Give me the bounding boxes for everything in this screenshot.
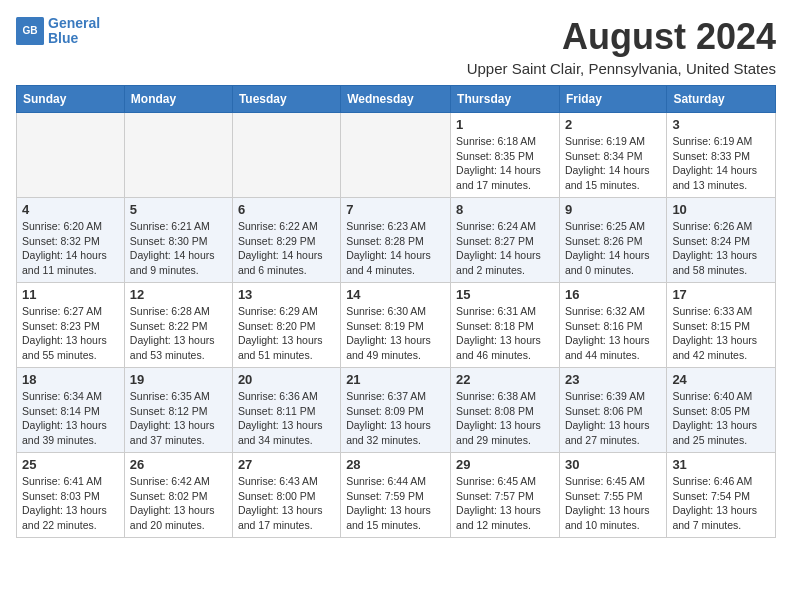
day-cell: 2Sunrise: 6:19 AMSunset: 8:34 PMDaylight… (559, 113, 666, 198)
day-info: Sunrise: 6:26 AMSunset: 8:24 PMDaylight:… (672, 219, 770, 278)
day-number: 18 (22, 372, 119, 387)
day-number: 6 (238, 202, 335, 217)
day-cell: 16Sunrise: 6:32 AMSunset: 8:16 PMDayligh… (559, 283, 666, 368)
day-number: 28 (346, 457, 445, 472)
day-number: 9 (565, 202, 661, 217)
day-number: 13 (238, 287, 335, 302)
empty-day-cell (341, 113, 451, 198)
weekday-header-sunday: Sunday (17, 86, 125, 113)
day-info: Sunrise: 6:21 AMSunset: 8:30 PMDaylight:… (130, 219, 227, 278)
day-cell: 13Sunrise: 6:29 AMSunset: 8:20 PMDayligh… (232, 283, 340, 368)
day-number: 2 (565, 117, 661, 132)
weekday-header-row: SundayMondayTuesdayWednesdayThursdayFrid… (17, 86, 776, 113)
day-number: 23 (565, 372, 661, 387)
day-info: Sunrise: 6:45 AMSunset: 7:57 PMDaylight:… (456, 474, 554, 533)
day-info: Sunrise: 6:33 AMSunset: 8:15 PMDaylight:… (672, 304, 770, 363)
calendar-table: SundayMondayTuesdayWednesdayThursdayFrid… (16, 85, 776, 538)
week-row: 1Sunrise: 6:18 AMSunset: 8:35 PMDaylight… (17, 113, 776, 198)
day-cell: 11Sunrise: 6:27 AMSunset: 8:23 PMDayligh… (17, 283, 125, 368)
day-number: 21 (346, 372, 445, 387)
day-cell: 21Sunrise: 6:37 AMSunset: 8:09 PMDayligh… (341, 368, 451, 453)
day-info: Sunrise: 6:20 AMSunset: 8:32 PMDaylight:… (22, 219, 119, 278)
empty-day-cell (232, 113, 340, 198)
day-info: Sunrise: 6:25 AMSunset: 8:26 PMDaylight:… (565, 219, 661, 278)
day-number: 5 (130, 202, 227, 217)
day-number: 15 (456, 287, 554, 302)
weekday-header-wednesday: Wednesday (341, 86, 451, 113)
logo-icon: GB (16, 17, 44, 45)
day-cell: 19Sunrise: 6:35 AMSunset: 8:12 PMDayligh… (124, 368, 232, 453)
day-info: Sunrise: 6:23 AMSunset: 8:28 PMDaylight:… (346, 219, 445, 278)
day-cell: 26Sunrise: 6:42 AMSunset: 8:02 PMDayligh… (124, 453, 232, 538)
day-number: 26 (130, 457, 227, 472)
title-block: August 2024 Upper Saint Clair, Pennsylva… (467, 16, 776, 77)
day-number: 8 (456, 202, 554, 217)
day-number: 14 (346, 287, 445, 302)
logo-line1: General (48, 16, 100, 31)
day-number: 24 (672, 372, 770, 387)
day-cell: 20Sunrise: 6:36 AMSunset: 8:11 PMDayligh… (232, 368, 340, 453)
empty-day-cell (17, 113, 125, 198)
day-cell: 15Sunrise: 6:31 AMSunset: 8:18 PMDayligh… (451, 283, 560, 368)
calendar-title: August 2024 (467, 16, 776, 58)
day-number: 10 (672, 202, 770, 217)
day-number: 12 (130, 287, 227, 302)
empty-day-cell (124, 113, 232, 198)
weekday-header-tuesday: Tuesday (232, 86, 340, 113)
day-number: 31 (672, 457, 770, 472)
day-cell: 6Sunrise: 6:22 AMSunset: 8:29 PMDaylight… (232, 198, 340, 283)
week-row: 25Sunrise: 6:41 AMSunset: 8:03 PMDayligh… (17, 453, 776, 538)
weekday-header-thursday: Thursday (451, 86, 560, 113)
day-number: 20 (238, 372, 335, 387)
day-cell: 30Sunrise: 6:45 AMSunset: 7:55 PMDayligh… (559, 453, 666, 538)
day-cell: 14Sunrise: 6:30 AMSunset: 8:19 PMDayligh… (341, 283, 451, 368)
day-cell: 5Sunrise: 6:21 AMSunset: 8:30 PMDaylight… (124, 198, 232, 283)
week-row: 18Sunrise: 6:34 AMSunset: 8:14 PMDayligh… (17, 368, 776, 453)
day-number: 7 (346, 202, 445, 217)
day-cell: 27Sunrise: 6:43 AMSunset: 8:00 PMDayligh… (232, 453, 340, 538)
day-info: Sunrise: 6:29 AMSunset: 8:20 PMDaylight:… (238, 304, 335, 363)
day-cell: 29Sunrise: 6:45 AMSunset: 7:57 PMDayligh… (451, 453, 560, 538)
day-number: 29 (456, 457, 554, 472)
week-row: 4Sunrise: 6:20 AMSunset: 8:32 PMDaylight… (17, 198, 776, 283)
day-cell: 17Sunrise: 6:33 AMSunset: 8:15 PMDayligh… (667, 283, 776, 368)
day-cell: 9Sunrise: 6:25 AMSunset: 8:26 PMDaylight… (559, 198, 666, 283)
day-info: Sunrise: 6:19 AMSunset: 8:34 PMDaylight:… (565, 134, 661, 193)
day-info: Sunrise: 6:44 AMSunset: 7:59 PMDaylight:… (346, 474, 445, 533)
day-cell: 8Sunrise: 6:24 AMSunset: 8:27 PMDaylight… (451, 198, 560, 283)
day-cell: 22Sunrise: 6:38 AMSunset: 8:08 PMDayligh… (451, 368, 560, 453)
svg-text:GB: GB (22, 26, 37, 37)
day-cell: 12Sunrise: 6:28 AMSunset: 8:22 PMDayligh… (124, 283, 232, 368)
day-number: 11 (22, 287, 119, 302)
week-row: 11Sunrise: 6:27 AMSunset: 8:23 PMDayligh… (17, 283, 776, 368)
day-cell: 7Sunrise: 6:23 AMSunset: 8:28 PMDaylight… (341, 198, 451, 283)
day-info: Sunrise: 6:37 AMSunset: 8:09 PMDaylight:… (346, 389, 445, 448)
day-info: Sunrise: 6:45 AMSunset: 7:55 PMDaylight:… (565, 474, 661, 533)
day-cell: 31Sunrise: 6:46 AMSunset: 7:54 PMDayligh… (667, 453, 776, 538)
day-cell: 1Sunrise: 6:18 AMSunset: 8:35 PMDaylight… (451, 113, 560, 198)
day-info: Sunrise: 6:40 AMSunset: 8:05 PMDaylight:… (672, 389, 770, 448)
day-number: 16 (565, 287, 661, 302)
page-header: GB General Blue August 2024 Upper Saint … (16, 16, 776, 77)
weekday-header-monday: Monday (124, 86, 232, 113)
day-number: 4 (22, 202, 119, 217)
day-info: Sunrise: 6:31 AMSunset: 8:18 PMDaylight:… (456, 304, 554, 363)
day-number: 1 (456, 117, 554, 132)
day-cell: 23Sunrise: 6:39 AMSunset: 8:06 PMDayligh… (559, 368, 666, 453)
day-cell: 18Sunrise: 6:34 AMSunset: 8:14 PMDayligh… (17, 368, 125, 453)
logo: GB General Blue (16, 16, 100, 47)
day-info: Sunrise: 6:38 AMSunset: 8:08 PMDaylight:… (456, 389, 554, 448)
day-info: Sunrise: 6:28 AMSunset: 8:22 PMDaylight:… (130, 304, 227, 363)
day-info: Sunrise: 6:32 AMSunset: 8:16 PMDaylight:… (565, 304, 661, 363)
day-cell: 24Sunrise: 6:40 AMSunset: 8:05 PMDayligh… (667, 368, 776, 453)
weekday-header-saturday: Saturday (667, 86, 776, 113)
day-cell: 28Sunrise: 6:44 AMSunset: 7:59 PMDayligh… (341, 453, 451, 538)
day-info: Sunrise: 6:34 AMSunset: 8:14 PMDaylight:… (22, 389, 119, 448)
day-info: Sunrise: 6:30 AMSunset: 8:19 PMDaylight:… (346, 304, 445, 363)
day-info: Sunrise: 6:22 AMSunset: 8:29 PMDaylight:… (238, 219, 335, 278)
day-number: 25 (22, 457, 119, 472)
day-info: Sunrise: 6:27 AMSunset: 8:23 PMDaylight:… (22, 304, 119, 363)
day-info: Sunrise: 6:39 AMSunset: 8:06 PMDaylight:… (565, 389, 661, 448)
day-cell: 3Sunrise: 6:19 AMSunset: 8:33 PMDaylight… (667, 113, 776, 198)
day-info: Sunrise: 6:35 AMSunset: 8:12 PMDaylight:… (130, 389, 227, 448)
